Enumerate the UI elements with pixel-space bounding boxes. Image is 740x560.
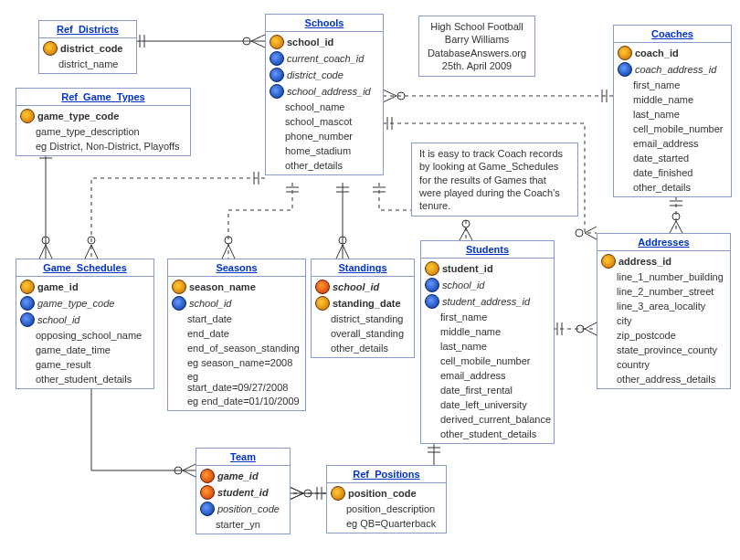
fk-icon xyxy=(20,312,35,327)
field-state-province-county: state_province_county xyxy=(597,343,730,357)
field-label: overall_standing xyxy=(331,328,404,339)
pk-icon xyxy=(331,486,345,501)
entity-title[interactable]: Ref_Positions xyxy=(327,466,446,483)
field-country: country xyxy=(597,357,730,372)
field-label: student_address_id xyxy=(442,296,530,307)
pk-icon xyxy=(172,280,186,294)
field-label: school_id xyxy=(189,298,231,309)
svg-point-62 xyxy=(304,490,312,497)
field-starter-yn: starter_yn xyxy=(196,517,290,532)
entity-standings: Standings school_idstanding_datedistrict… xyxy=(311,259,415,358)
field-eg-district-non-district-playoffs: eg District, Non-District, Playoffs xyxy=(16,139,190,153)
field-label: home_stadium xyxy=(285,145,351,156)
field-label: zip_postcode xyxy=(617,330,676,341)
field-position-code: position_code xyxy=(196,501,290,517)
svg-point-21 xyxy=(225,237,232,244)
pk-icon xyxy=(20,109,35,123)
field-label: game_type_code xyxy=(37,298,114,309)
field-label: first_name xyxy=(440,312,487,322)
field-label: season_name xyxy=(189,281,256,292)
svg-point-11 xyxy=(42,237,49,244)
entity-title[interactable]: Seasons xyxy=(168,259,305,277)
entity-title[interactable]: Schools xyxy=(266,15,383,32)
field-label: date_started xyxy=(633,153,689,164)
field-line-1-number-building: line_1_number_building xyxy=(597,269,730,284)
field-label: email_address xyxy=(440,370,506,381)
field-current-coach-id: current_coach_id xyxy=(266,50,383,67)
field-game-type-description: game_type_description xyxy=(16,124,190,139)
entity-title[interactable]: Coaches xyxy=(614,26,731,43)
field-first-name: first_name xyxy=(614,78,731,92)
field-label: address_id xyxy=(618,256,671,267)
fk-icon xyxy=(270,84,284,99)
fk-icon xyxy=(172,296,186,311)
field-label: game_date_time xyxy=(36,344,111,355)
field-district-code: district_code xyxy=(266,67,383,83)
field-date-left-university: date_left_university xyxy=(421,397,554,412)
fk-icon xyxy=(425,294,439,309)
field-home-stadium: home_stadium xyxy=(266,143,383,158)
field-label: opposing_school_name xyxy=(36,330,142,341)
field-game-id: game_id xyxy=(196,468,290,484)
field-overall-standing: overall_standing xyxy=(312,326,414,341)
field-cell-mobile-number: cell_mobile_number xyxy=(421,354,554,368)
field-game-date-time: game_date_time xyxy=(16,343,153,357)
field-label: line_3_area_locality xyxy=(617,301,705,312)
svg-line-50 xyxy=(585,322,597,329)
entity-title[interactable]: Ref_Game_Types xyxy=(16,89,190,106)
entity-game-schedules: Game_Schedules game_idgame_type_codescho… xyxy=(16,259,154,389)
svg-line-20 xyxy=(228,245,235,259)
field-other-student-details: other_student_details xyxy=(421,427,554,441)
field-label: date_first_rental xyxy=(440,385,513,396)
svg-line-56 xyxy=(183,470,196,477)
entity-title[interactable]: Team xyxy=(196,449,290,466)
field-district-code: district_code xyxy=(39,40,136,57)
field-school-id: school_id xyxy=(168,295,305,312)
field-label: student_id xyxy=(442,263,493,274)
entity-team: Team game_idstudent_idposition_codestart… xyxy=(196,448,291,534)
entity-title[interactable]: Students xyxy=(421,241,554,259)
pf-icon xyxy=(315,280,330,294)
field-label: school_id xyxy=(442,280,484,291)
field-label: game_type_description xyxy=(36,126,140,137)
field-label: city xyxy=(617,315,632,326)
field-label: other_address_details xyxy=(617,374,715,385)
entity-seasons: Seasons season_nameschool_idstart_dateen… xyxy=(167,259,306,411)
pk-icon xyxy=(43,41,58,56)
field-label: first_name xyxy=(633,79,680,90)
field-date-finished: date_finished xyxy=(614,165,731,180)
field-derived-current-balance: derived_current_balance xyxy=(421,412,554,427)
field-label: district_name xyxy=(58,58,118,69)
field-other-address-details: other_address_details xyxy=(597,372,730,386)
field-school-address-id: school_address_id xyxy=(266,83,383,100)
entity-title[interactable]: Ref_Districts xyxy=(39,21,136,38)
svg-line-40 xyxy=(585,227,597,233)
svg-line-3 xyxy=(251,35,265,41)
field-label: current_coach_id xyxy=(287,53,364,64)
svg-point-37 xyxy=(397,92,405,100)
field-game-type-code: game_type_code xyxy=(16,295,153,312)
field-label: school_id xyxy=(333,281,379,292)
field-end-of-season-standing: end_of_season_standing xyxy=(168,341,305,355)
field-label: school_name xyxy=(285,101,344,112)
svg-point-42 xyxy=(576,229,583,237)
entity-title[interactable]: Standings xyxy=(312,259,414,277)
field-label: game_id xyxy=(37,281,79,292)
comment-note: It is easy to track Coach records by loo… xyxy=(411,143,578,217)
field-school-id: school_id xyxy=(312,279,414,295)
field-start-date: start_date xyxy=(168,312,305,326)
field-other-student-details: other_student_details xyxy=(16,372,153,386)
meta-site: DatabaseAnswers.org xyxy=(427,47,527,59)
pf-icon xyxy=(200,485,215,500)
field-label: middle_name xyxy=(440,326,501,337)
svg-point-26 xyxy=(339,237,346,244)
field-label: coach_address_id xyxy=(635,64,716,75)
field-school-name: school_name xyxy=(266,100,383,114)
field-label: coach_id xyxy=(635,48,679,58)
field-line-2-number-street: line_2_number_street xyxy=(597,284,730,299)
entity-title[interactable]: Game_Schedules xyxy=(16,259,153,277)
field-other-details: other_details xyxy=(614,180,731,195)
svg-point-31 xyxy=(462,220,470,227)
entity-title[interactable]: Addresses xyxy=(597,234,730,251)
svg-line-45 xyxy=(670,221,676,233)
